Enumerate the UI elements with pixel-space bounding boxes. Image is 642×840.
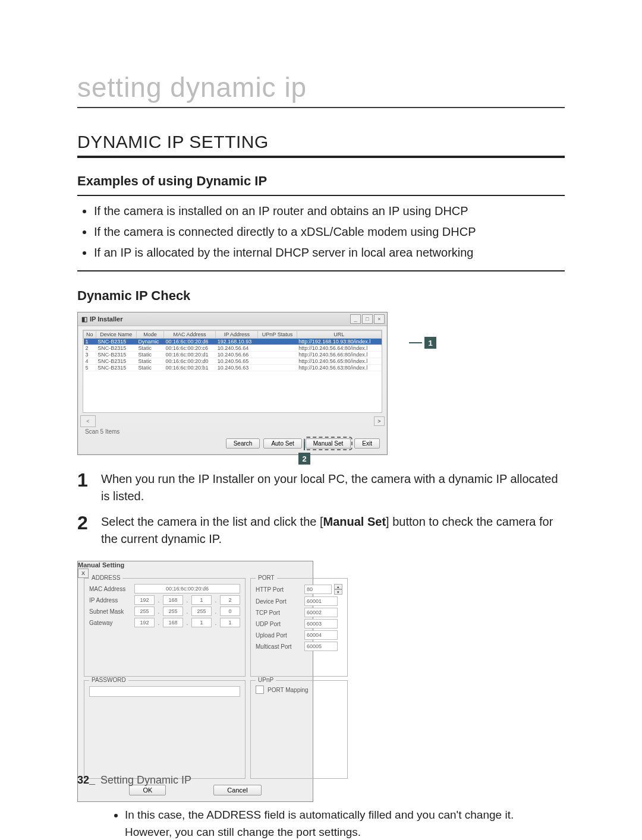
close-button[interactable]: × (374, 314, 385, 324)
section-heading: DYNAMIC IP SETTING (77, 132, 565, 158)
subnet-octet[interactable]: 255 (163, 607, 183, 616)
note-line: However, you can still change the port s… (125, 826, 361, 838)
divider (77, 195, 565, 196)
port-mapping-checkbox[interactable] (256, 686, 264, 694)
group-legend: UPnP (256, 677, 276, 683)
col-upnp[interactable]: UPnP Status (258, 331, 297, 339)
table-cell: http://10.240.56.63:80/index.l (297, 365, 381, 371)
divider (77, 270, 565, 271)
callout-1: 1 (409, 337, 436, 349)
table-cell: Dynamic (137, 339, 164, 345)
table-row[interactable]: 3SNC-B2315Static00:16:6c:00:20:d110.240.… (84, 352, 382, 358)
sub-heading-examples: Examples of using Dynamic IP (77, 173, 565, 191)
subnet-octet[interactable]: 255 (134, 607, 155, 616)
auto-set-button[interactable]: Auto Set (263, 438, 301, 449)
table-row[interactable]: 1SNC-B2315Dynamic00:16:6c:00:20:d6192.16… (84, 339, 382, 345)
col-mode[interactable]: Mode (137, 331, 164, 339)
exit-button[interactable]: Exit (354, 438, 380, 449)
table-cell: SNC-B2315 (96, 358, 136, 365)
multicast-port-field[interactable]: 60005 (304, 642, 338, 651)
table-cell: Static (137, 365, 164, 371)
address-group: ADDRESS MAC Address 00:16:6c:00:20:d6 IP… (84, 578, 246, 677)
table-cell (258, 352, 297, 358)
table-cell: 00:16:6c:00:20:b1 (163, 365, 215, 371)
examples-list: If the camera is installed on an IP rout… (77, 202, 565, 262)
minimize-button[interactable]: _ (350, 314, 361, 324)
table-cell: 192.168.10.93 (216, 339, 258, 345)
table-row[interactable]: 2SNC-B2315Static00:16:6c:00:20:c610.240.… (84, 345, 382, 352)
callout-badge: 2 (298, 453, 310, 465)
upload-port-field[interactable]: 60004 (304, 630, 338, 640)
col-no[interactable]: No (84, 331, 96, 339)
table-row[interactable]: 5SNC-B2315Static00:16:6c:00:20:b110.240.… (84, 365, 382, 371)
search-button[interactable]: Search (226, 438, 260, 449)
ip-octet[interactable]: 2 (220, 595, 240, 605)
page-footer: 32_ Setting Dynamic IP (77, 774, 191, 787)
subnet-octet[interactable]: 255 (191, 607, 212, 616)
ip-octet[interactable]: 1 (191, 595, 212, 605)
manual-setting-dialog: Manual Setting X ADDRESS MAC Address 00:… (77, 561, 313, 802)
close-button[interactable]: X (78, 569, 89, 578)
sub-heading-check: Dynamic IP Check (77, 288, 565, 306)
col-device[interactable]: Device Name (96, 331, 136, 339)
table-cell: Static (137, 358, 164, 365)
app-icon: ◧ (81, 315, 87, 323)
callout-badge: 1 (424, 337, 436, 349)
port-group: PORT HTTP Port80 ▴▾ Device Port60001 TCP… (250, 578, 348, 677)
table-cell: Static (137, 352, 164, 358)
callout-2: 2 (298, 442, 310, 465)
gateway-octet[interactable]: 1 (191, 618, 212, 627)
table-cell: http://10.240.56.65:80/index.l (297, 358, 381, 365)
scroll-left-button[interactable]: < (80, 415, 96, 427)
col-mac[interactable]: MAC Address (163, 331, 215, 339)
step-number: 2 (77, 513, 93, 548)
manual-set-button[interactable]: Manual Set (306, 438, 351, 449)
table-cell: 2 (84, 345, 96, 352)
tcp-port-field[interactable]: 60002 (304, 608, 338, 617)
http-port-field[interactable]: 80 (304, 585, 332, 594)
gateway-octet[interactable]: 1 (220, 618, 240, 627)
udp-port-field[interactable]: 60003 (304, 619, 338, 629)
table-cell: 1 (84, 339, 96, 345)
table-cell: SNC-B2315 (96, 365, 136, 371)
cancel-button[interactable]: Cancel (213, 785, 261, 795)
gateway-octet[interactable]: 192 (134, 618, 155, 627)
subnet-octet[interactable]: 0 (220, 607, 240, 616)
table-cell: 10.240.56.64 (216, 345, 258, 352)
ip-installer-window: ◧ IP Installer _ □ × No Device Name Mode… (77, 312, 388, 455)
text-fragment: Select the camera in the list and click … (101, 515, 323, 528)
label-http-port: HTTP Port (256, 586, 302, 593)
ip-octet[interactable]: 168 (163, 595, 183, 605)
password-group: PASSWORD (84, 680, 246, 779)
table-cell: 10.240.56.63 (216, 365, 258, 371)
scroll-right-button[interactable]: > (374, 416, 385, 426)
scan-status: Scan 5 Items (78, 428, 387, 438)
device-table: No Device Name Mode MAC Address IP Addre… (83, 330, 382, 371)
port-spinner[interactable]: ▴▾ (334, 584, 342, 595)
col-ip[interactable]: IP Address (216, 331, 258, 339)
gateway-octet[interactable]: 168 (163, 618, 183, 627)
table-cell: SNC-B2315 (96, 345, 136, 352)
chapter-title: setting dynamic ip (77, 71, 565, 108)
table-row[interactable]: 4SNC-B2315Static00:16:6c:00:20:d010.240.… (84, 358, 382, 365)
col-url[interactable]: URL (297, 331, 381, 339)
label-ip: IP Address (89, 597, 132, 604)
table-cell (258, 365, 297, 371)
label-port-mapping: PORT Mapping (268, 687, 309, 693)
step-text: When you run the IP Installer on your lo… (101, 470, 565, 505)
table-cell: 5 (84, 365, 96, 371)
password-field[interactable] (89, 686, 240, 697)
table-cell: 00:16:6c:00:20:d1 (163, 352, 215, 358)
list-item: If the camera is connected directly to a… (94, 223, 565, 241)
window-title: IP Installer (90, 315, 122, 323)
group-legend: PORT (256, 574, 277, 581)
label-multicast-port: Multicast Port (256, 643, 302, 650)
label-subnet: Subnet Mask (89, 608, 132, 615)
maximize-button[interactable]: □ (362, 314, 373, 324)
table-cell: SNC-B2315 (96, 352, 136, 358)
label-gateway: Gateway (89, 620, 132, 626)
table-cell: 10.240.56.66 (216, 352, 258, 358)
device-port-field[interactable]: 60001 (304, 596, 338, 606)
table-cell (258, 339, 297, 345)
ip-octet[interactable]: 192 (134, 595, 155, 605)
